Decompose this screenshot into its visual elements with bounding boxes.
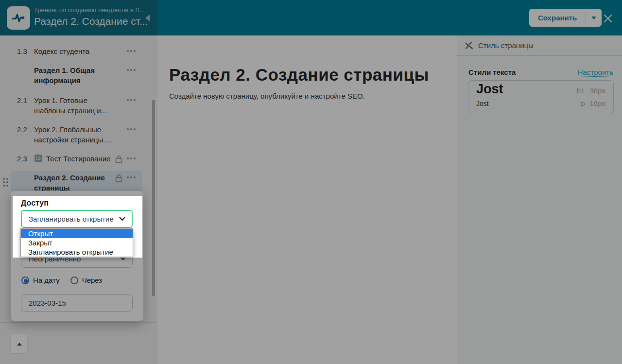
chevron-down-icon <box>119 217 125 221</box>
app-window: Тренинг по созданию лендингов в S... Раз… <box>0 0 622 364</box>
access-select-dropdown: Открыт Закрыт Запланировать открытие <box>20 228 133 257</box>
option-closed[interactable]: Закрыт <box>21 238 133 247</box>
access-select[interactable]: Запланировать открытие <box>21 210 133 228</box>
access-label: Доступ <box>21 199 49 208</box>
option-scheduled[interactable]: Запланировать открытие <box>21 247 133 257</box>
option-open[interactable]: Открыт <box>21 229 133 238</box>
modal-overlay[interactable] <box>0 0 622 364</box>
